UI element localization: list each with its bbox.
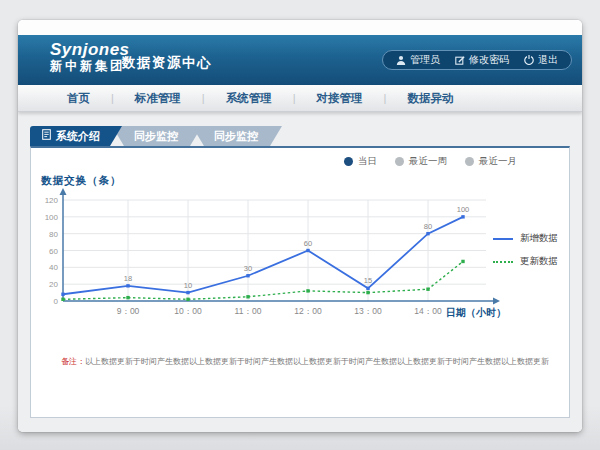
tab-label: 系统介绍 [56, 126, 100, 146]
svg-text:80: 80 [49, 230, 58, 239]
svg-text:100: 100 [45, 213, 59, 222]
tab-sync-monitor-2[interactable]: 同步监控 [192, 126, 282, 146]
logo-text-en: Synjones [50, 41, 130, 60]
tab-label: 同步监控 [214, 130, 258, 142]
svg-text:100: 100 [457, 205, 470, 214]
svg-text:12：00: 12：00 [294, 306, 322, 316]
user-toolbar: 管理员 修改密码 退出 [382, 50, 572, 70]
tab-sync-monitor-1[interactable]: 同步监控 [112, 126, 202, 146]
legend-item-new-data[interactable]: 新增数据 [493, 232, 558, 245]
app-header: Synjones 新中新集团 数据资源中心 管理员 修改密码 退出 [18, 35, 582, 85]
svg-text:18: 18 [124, 274, 132, 283]
svg-text:14：00: 14：00 [414, 306, 442, 316]
period-filter-group: 当日 最近一周 最近一月 [344, 155, 517, 168]
svg-text:60: 60 [304, 239, 312, 248]
tab-bar: 系统介绍 同步监控 同步监控 [30, 126, 282, 146]
svg-text:0: 0 [54, 297, 59, 306]
change-password-button[interactable]: 修改密码 [455, 53, 509, 67]
nav-item-system-mgmt[interactable]: 系统管理 [205, 91, 293, 106]
radio-label: 最近一周 [409, 155, 447, 168]
admin-user-label: 管理员 [410, 53, 440, 67]
svg-text:40: 40 [49, 263, 58, 272]
legend-label: 新增数据 [520, 232, 558, 245]
radio-label: 当日 [358, 155, 377, 168]
nav-item-standard-mgmt[interactable]: 标准管理 [114, 91, 202, 106]
svg-text:10: 10 [184, 281, 192, 290]
tab-label: 同步监控 [134, 130, 178, 142]
nav-item-interface-mgmt[interactable]: 对接管理 [296, 91, 384, 106]
svg-text:120: 120 [45, 196, 59, 205]
logo-text-cn: 新中新集团 [50, 60, 130, 74]
dotted-line-swatch-icon [493, 261, 513, 263]
svg-text:13：00: 13：00 [354, 306, 382, 316]
radio-last-month[interactable]: 最近一月 [465, 155, 517, 168]
legend-item-update-data[interactable]: 更新数据 [493, 255, 558, 268]
company-logo[interactable]: Synjones 新中新集团 [50, 41, 130, 73]
radio-dot-icon [344, 157, 353, 166]
svg-text:60: 60 [49, 247, 58, 256]
edit-icon [455, 55, 465, 65]
svg-text:80: 80 [424, 222, 432, 231]
tab-system-intro[interactable]: 系统介绍 [30, 126, 122, 146]
content-area: 系统介绍 同步监控 同步监控 当日 最近一周 [18, 112, 582, 432]
svg-text:10：00: 10：00 [174, 306, 202, 316]
svg-text:30: 30 [244, 264, 252, 273]
svg-text:11：00: 11：00 [235, 306, 262, 316]
legend-label: 更新数据 [520, 255, 558, 268]
logout-label: 退出 [538, 53, 558, 67]
chart-panel: 当日 最近一周 最近一月 数据交换（条） 0204060801001209：00… [30, 146, 570, 418]
svg-text:日期（小时）: 日期（小时） [446, 307, 506, 318]
radio-dot-icon [465, 157, 474, 166]
document-icon [42, 126, 51, 146]
user-icon [396, 55, 406, 65]
radio-label: 最近一月 [479, 155, 517, 168]
footnote-text: 以上数据更新于时间产生数据以上数据更新于时间产生数据以上数据更新于时间产生数据以… [85, 357, 549, 366]
series-legend: 新增数据 更新数据 [493, 232, 558, 278]
y-axis-title: 数据交换（条） [41, 174, 122, 188]
svg-text:9：00: 9：00 [117, 306, 140, 316]
page: { "header": { "logo_line1": "Synjones", … [0, 0, 600, 450]
logout-button[interactable]: 退出 [524, 53, 558, 67]
data-exchange-line-chart: 0204060801001209：0010：0011：0012：0013：001… [41, 188, 511, 328]
change-password-label: 修改密码 [469, 53, 509, 67]
admin-user-button[interactable]: 管理员 [396, 53, 440, 67]
app-window: Synjones 新中新集团 数据资源中心 管理员 修改密码 退出 [18, 20, 582, 432]
solid-line-swatch-icon [493, 238, 513, 240]
footnote-prefix: 备注： [61, 357, 85, 366]
svg-text:15: 15 [364, 276, 372, 285]
main-nav: 首页 | 标准管理 | 系统管理 | 对接管理 | 数据异动 [18, 85, 582, 112]
nav-item-home[interactable]: 首页 [46, 91, 111, 106]
power-icon [524, 55, 534, 65]
nav-item-data-change[interactable]: 数据异动 [386, 91, 474, 106]
footnote: 备注：以上数据更新于时间产生数据以上数据更新于时间产生数据以上数据更新于时间产生… [61, 356, 549, 367]
svg-text:20: 20 [49, 280, 58, 289]
radio-last-week[interactable]: 最近一周 [395, 155, 447, 168]
page-title: 数据资源中心 [122, 54, 212, 72]
radio-today[interactable]: 当日 [344, 155, 377, 168]
window-top-strip [18, 20, 582, 35]
radio-dot-icon [395, 157, 404, 166]
